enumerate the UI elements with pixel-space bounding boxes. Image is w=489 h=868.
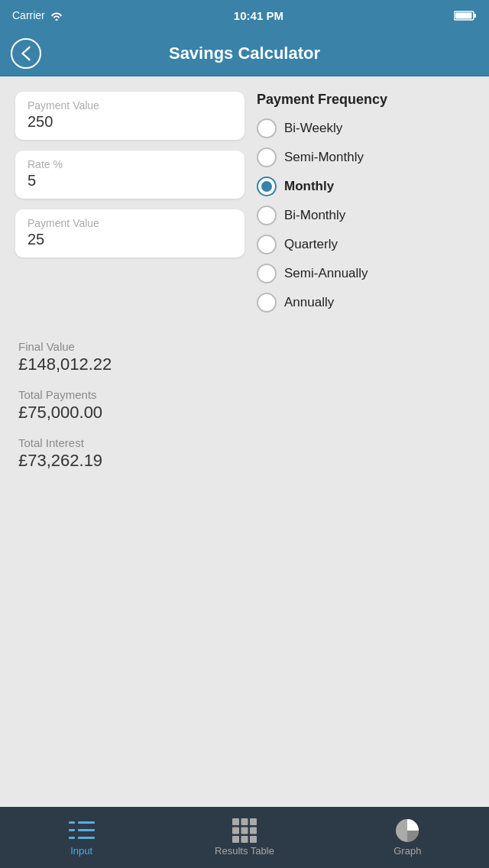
svg-rect-17 [250, 836, 257, 843]
payment-frequency-section: Payment Frequency Bi-Weekly Semi-Monthly [257, 92, 474, 313]
final-value-label: Final Value [18, 340, 474, 353]
radio-monthly-inner [261, 181, 272, 192]
payment-value-card: Payment Value [15, 92, 244, 140]
status-time: 10:41 PM [234, 9, 283, 22]
result-final-value: Final Value £148,012.22 [18, 340, 474, 374]
svg-rect-4 [78, 821, 95, 824]
svg-rect-12 [232, 827, 239, 834]
radio-semimonthly [257, 147, 277, 167]
freq-option-monthly[interactable]: Monthly [257, 177, 474, 196]
radio-semiannually [257, 264, 277, 283]
freq-option-biweekly[interactable]: Bi-Weekly [257, 118, 474, 138]
radio-biweekly [257, 118, 277, 138]
freq-option-bimonthly[interactable]: Bi-Monthly [257, 206, 474, 225]
total-payments-label: Total Payments [18, 388, 474, 401]
tab-results-table[interactable]: Results Table [163, 819, 325, 857]
svg-rect-10 [241, 818, 248, 825]
left-inputs: Payment Value Rate % Payment Value [15, 92, 244, 257]
tab-input-label: Input [70, 845, 92, 857]
top-section: Payment Value Rate % Payment Value Payme… [15, 92, 474, 313]
final-value-amount: £148,012.22 [18, 355, 474, 374]
years-label: Payment Value [28, 217, 232, 229]
svg-rect-15 [232, 836, 239, 843]
freq-label-biweekly: Bi-Weekly [284, 121, 342, 136]
rate-input[interactable] [28, 172, 232, 189]
freq-label-monthly: Monthly [284, 179, 334, 194]
payment-value-input[interactable] [28, 113, 232, 131]
back-button[interactable] [11, 38, 41, 69]
tab-input[interactable]: Input [0, 819, 163, 857]
total-interest-amount: £73,262.19 [18, 451, 474, 471]
rate-label: Rate % [28, 158, 232, 170]
results-section: Final Value £148,012.22 Total Payments £… [15, 340, 474, 471]
payment-value-label: Payment Value [28, 99, 232, 112]
tab-graph[interactable]: Graph [326, 819, 489, 857]
result-total-payments: Total Payments £75,000.00 [18, 388, 474, 423]
list-icon [68, 819, 96, 842]
freq-label-bimonthly: Bi-Monthly [284, 208, 345, 223]
freq-option-quarterly[interactable]: Quarterly [257, 235, 474, 254]
svg-rect-5 [69, 829, 75, 831]
svg-rect-7 [69, 837, 75, 839]
freq-label-semimonthly: Semi-Monthly [284, 150, 364, 165]
svg-rect-14 [250, 827, 257, 834]
freq-options: Bi-Weekly Semi-Monthly Monthly B [257, 118, 474, 313]
years-card: Payment Value [15, 209, 244, 257]
result-total-interest: Total Interest £73,262.19 [18, 436, 474, 471]
svg-rect-11 [250, 818, 257, 825]
svg-rect-9 [232, 818, 239, 825]
years-input[interactable] [28, 231, 232, 248]
tab-bar: Input Results Table [0, 807, 489, 868]
freq-option-annually[interactable]: Annually [257, 293, 474, 313]
radio-bimonthly [257, 206, 277, 225]
radio-annually [257, 293, 277, 313]
carrier-label: Carrier [12, 9, 45, 21]
page-title: Savings Calculator [169, 44, 320, 63]
radio-quarterly [257, 235, 277, 254]
tab-graph-label: Graph [393, 845, 421, 857]
total-payments-amount: £75,000.00 [18, 403, 474, 423]
svg-rect-16 [241, 836, 248, 843]
status-right [454, 10, 477, 21]
status-left: Carrier [12, 9, 63, 21]
app-header: Savings Calculator [0, 31, 489, 76]
svg-rect-6 [78, 829, 95, 831]
radio-monthly [257, 177, 277, 196]
main-content: Payment Value Rate % Payment Value Payme… [0, 76, 489, 807]
freq-label-annually: Annually [284, 295, 334, 310]
freq-option-semiannually[interactable]: Semi-Annually [257, 264, 474, 283]
rate-card: Rate % [15, 151, 244, 199]
svg-rect-8 [78, 837, 95, 839]
status-bar: Carrier 10:41 PM [0, 0, 489, 31]
svg-rect-2 [455, 12, 471, 18]
svg-rect-1 [474, 14, 476, 18]
svg-rect-13 [241, 827, 248, 834]
tab-results-label: Results Table [215, 845, 274, 857]
freq-option-semimonthly[interactable]: Semi-Monthly [257, 147, 474, 167]
freq-label-quarterly: Quarterly [284, 237, 338, 252]
wifi-icon [50, 10, 63, 21]
battery-icon [454, 10, 477, 21]
total-interest-label: Total Interest [18, 436, 474, 449]
freq-title: Payment Frequency [257, 92, 474, 108]
pie-icon [393, 819, 421, 842]
freq-label-semiannually: Semi-Annually [284, 266, 368, 281]
svg-rect-3 [69, 821, 75, 824]
grid-icon [231, 819, 258, 842]
